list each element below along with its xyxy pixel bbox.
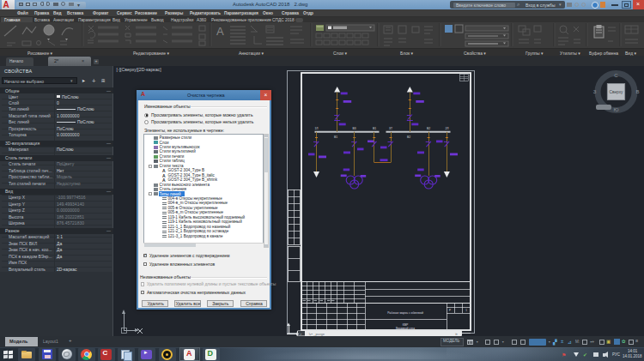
svg-text:С: С xyxy=(614,73,618,78)
svg-text:Рабочая марка с обвязкой: Рабочая марка с обвязкой xyxy=(387,311,423,315)
svg-text:В1: В1 xyxy=(334,135,337,139)
svg-text:Ю: Ю xyxy=(613,107,618,112)
svg-text:З: З xyxy=(593,89,597,94)
svg-text:1Л: 1Л xyxy=(314,127,318,130)
svg-text:В2: В2 xyxy=(407,135,410,139)
svg-text:3Т: 3Т xyxy=(389,127,392,130)
svg-text:1: 1 xyxy=(465,309,467,312)
svg-text:В3: В3 xyxy=(352,127,355,130)
svg-text:В: В xyxy=(635,89,639,94)
svg-text:Р: Р xyxy=(449,309,451,312)
svg-text:Сверху: Сверху xyxy=(609,90,623,94)
svg-text:Вводимый след: Вводимый след xyxy=(396,327,415,330)
svg-text:A: A xyxy=(216,25,224,38)
svg-text:В2: В2 xyxy=(427,127,430,130)
svg-text:В1: В1 xyxy=(373,127,376,130)
svg-text:2Л: 2Л xyxy=(445,127,448,130)
